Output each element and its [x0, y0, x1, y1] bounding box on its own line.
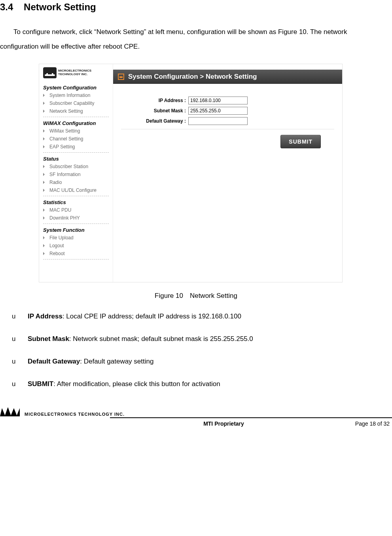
sidebar-group-header: System Function [43, 227, 109, 233]
footer-page-number: Page 18 of 32 [337, 420, 392, 427]
sidebar-item-label: WiMax Setting [49, 128, 80, 134]
sidebar-group-header: Statistics [43, 199, 109, 205]
sidebar-item[interactable]: System Information [43, 91, 109, 99]
sidebar-item-label: Downlink PHY [49, 215, 80, 221]
logo-mark-icon [43, 67, 57, 78]
sidebar-item-label: Radio [49, 180, 62, 185]
intro-paragraph: To configure network, click “Network Set… [0, 25, 384, 54]
sidebar-item[interactable]: Radio [43, 178, 109, 186]
bullet-item: uDefault Gateway: Default gateway settin… [12, 356, 392, 367]
sidebar-logo: MICROELECTRONICS TECHNOLOGY INC. [43, 67, 109, 78]
label-default-gateway: Default Gateway : [121, 118, 188, 124]
chevron-right-icon [43, 137, 46, 140]
footer-logo-icon [0, 402, 21, 417]
sidebar-group-header: Status [43, 156, 109, 162]
network-form: IP Address : Subnet Mask : Default Gatew… [113, 97, 342, 282]
bullet-text: Default Gateway: Default gateway setting [28, 356, 392, 367]
bullet-item: uIP Address: Local CPE IP address; defau… [12, 311, 392, 322]
sidebar-item-label: MAC PDU [49, 207, 71, 213]
footer-center: MTI Proprietary [111, 420, 337, 427]
row-default-gateway: Default Gateway : [121, 117, 334, 125]
bullet-marker: u [12, 356, 18, 367]
content-title-bar: System Configuration > Network Setting [113, 70, 342, 84]
screenshot-content: System Configuration > Network Setting I… [113, 64, 342, 282]
sidebar-item[interactable]: MAC PDU [43, 206, 109, 214]
chevron-right-icon [43, 102, 46, 105]
sidebar-item-label: Subscriber Capability [49, 100, 94, 106]
chevron-right-icon [43, 110, 46, 113]
sidebar-divider [43, 152, 109, 153]
bullet-marker: u [12, 311, 18, 322]
logo-line-2: TECHNOLOGY INC. [58, 73, 91, 76]
chevron-right-icon [43, 165, 46, 168]
sidebar-item[interactable]: File Upload [43, 234, 109, 242]
bullet-text: IP Address: Local CPE IP address; defaul… [28, 311, 392, 322]
sidebar-item-label: Network Setting [49, 108, 83, 114]
sidebar-item-label: EAP Setting [49, 144, 75, 150]
input-ip-address[interactable] [188, 97, 248, 104]
figure-caption: Figure 10 Network Setting [0, 292, 392, 300]
sidebar-item-label: Subscriber Station [49, 164, 88, 169]
row-subnet-mask: Subnet Mask : [121, 107, 334, 115]
label-subnet-mask: Subnet Mask : [121, 108, 188, 114]
section-number: 3.4 [0, 2, 13, 12]
sidebar-divider [43, 196, 109, 196]
section-title-text: Network Setting [24, 2, 96, 12]
row-ip-address: IP Address : [121, 97, 334, 104]
breadcrumb-icon [118, 74, 124, 80]
sidebar-item-label: MAC UL/DL Configure [49, 188, 97, 193]
sidebar-item[interactable]: MAC UL/DL Configure [43, 186, 109, 194]
chevron-right-icon [43, 216, 46, 220]
chevron-right-icon [43, 173, 46, 176]
chevron-right-icon [43, 129, 46, 133]
bullet-text: Subnet Mask: Network subnet mask; defaul… [28, 333, 392, 344]
chevron-right-icon [43, 189, 46, 192]
chevron-right-icon [43, 145, 46, 148]
bullet-text: SUBMIT: After modification, please click… [28, 379, 392, 389]
breadcrumb-text: System Configuration > Network Setting [128, 73, 257, 81]
submit-button[interactable]: SUBMIT [280, 135, 321, 148]
sidebar-item[interactable]: WiMax Setting [43, 127, 109, 135]
sidebar-divider [43, 259, 109, 259]
sidebar-item-label: SF Information [49, 172, 81, 177]
chevron-right-icon [43, 94, 46, 97]
chevron-right-icon [43, 181, 46, 184]
screenshot-sidebar: MICROELECTRONICS TECHNOLOGY INC. System … [39, 64, 113, 282]
chevron-right-icon [43, 208, 46, 212]
page-footer: MICROELECTRONICS TECHNOLOGY INC. MTI Pro… [0, 402, 392, 427]
chevron-right-icon [43, 244, 46, 247]
sidebar-item[interactable]: Logout [43, 242, 109, 250]
sidebar-item-label: Channel Setting [49, 136, 83, 142]
bullet-list: uIP Address: Local CPE IP address; defau… [12, 311, 392, 390]
sidebar-item[interactable]: Downlink PHY [43, 214, 109, 222]
bullet-item: uSUBMIT: After modification, please clic… [12, 379, 392, 389]
sidebar-item-label: System Information [49, 93, 90, 98]
sidebar-divider [43, 117, 109, 117]
sidebar-item[interactable]: Channel Setting [43, 135, 109, 143]
sidebar-item[interactable]: Subscriber Capability [43, 99, 109, 107]
chevron-right-icon [43, 236, 46, 239]
sidebar-item[interactable]: Network Setting [43, 107, 109, 115]
bullet-marker: u [12, 333, 18, 344]
footer-company: MICROELECTRONICS TECHNOLOGY INC. [25, 412, 125, 417]
section-heading: 3.4 Network Setting [0, 2, 392, 13]
input-subnet-mask[interactable] [188, 107, 248, 115]
bullet-marker: u [12, 379, 18, 389]
chevron-right-icon [43, 252, 46, 255]
sidebar-group-header: WiMAX Configuration [43, 120, 109, 126]
sidebar-item-label: Reboot [49, 251, 65, 256]
label-ip-address: IP Address : [121, 98, 188, 103]
sidebar-item[interactable]: SF Information [43, 170, 109, 178]
sidebar-item-label: File Upload [49, 235, 74, 241]
screenshot-figure: MICROELECTRONICS TECHNOLOGY INC. System … [39, 64, 343, 282]
input-default-gateway[interactable] [188, 117, 248, 125]
form-divider [121, 129, 334, 129]
bullet-item: uSubnet Mask: Network subnet mask; defau… [12, 333, 392, 344]
sidebar-item[interactable]: EAP Setting [43, 143, 109, 151]
sidebar-item[interactable]: Subscriber Station [43, 163, 109, 170]
logo-text: MICROELECTRONICS TECHNOLOGY INC. [58, 69, 91, 76]
sidebar-divider [43, 223, 109, 224]
footer-rule [110, 417, 392, 418]
sidebar-item[interactable]: Reboot [43, 250, 109, 258]
sidebar-group-header: System Configuration [43, 85, 109, 91]
